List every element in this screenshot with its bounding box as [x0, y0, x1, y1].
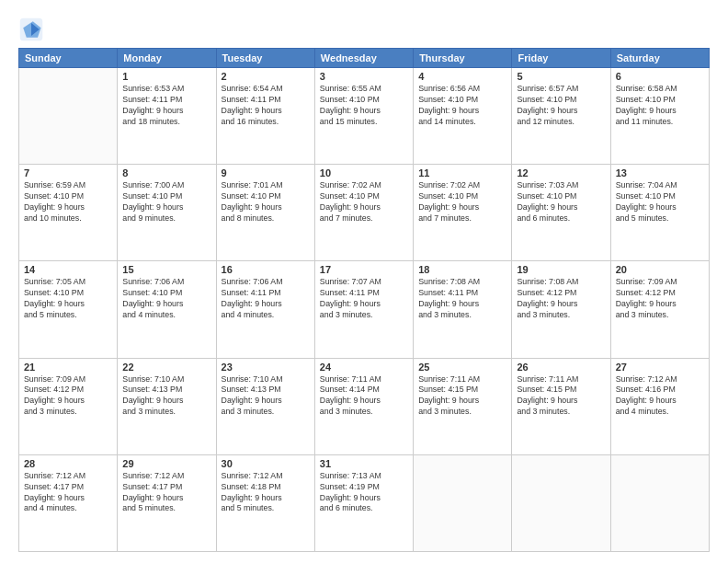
day-info: Sunrise: 7:08 AMSunset: 4:12 PMDaylight:…	[517, 277, 605, 321]
day-info: Sunrise: 7:02 AMSunset: 4:10 PMDaylight:…	[418, 180, 506, 224]
day-number: 11	[418, 167, 506, 178]
day-cell	[414, 454, 512, 551]
day-number: 6	[616, 71, 704, 82]
week-row-4: 21Sunrise: 7:09 AMSunset: 4:12 PMDayligh…	[19, 358, 710, 454]
day-number: 29	[122, 458, 210, 469]
day-number: 7	[24, 167, 112, 178]
day-info: Sunrise: 7:01 AMSunset: 4:10 PMDaylight:…	[222, 180, 310, 224]
day-number: 23	[222, 362, 310, 373]
day-info: Sunrise: 7:06 AMSunset: 4:10 PMDaylight:…	[122, 277, 210, 321]
day-cell	[610, 454, 709, 551]
day-cell	[19, 68, 118, 165]
col-header-tuesday: Tuesday	[216, 49, 314, 68]
day-cell: 5Sunrise: 6:57 AMSunset: 4:10 PMDaylight…	[512, 68, 610, 165]
day-cell: 24Sunrise: 7:11 AMSunset: 4:14 PMDayligh…	[314, 358, 413, 454]
day-cell: 23Sunrise: 7:10 AMSunset: 4:13 PMDayligh…	[216, 358, 314, 454]
day-number: 26	[517, 362, 605, 373]
day-number: 20	[616, 264, 704, 275]
day-cell: 20Sunrise: 7:09 AMSunset: 4:12 PMDayligh…	[610, 261, 709, 358]
day-cell: 14Sunrise: 7:05 AMSunset: 4:10 PMDayligh…	[19, 261, 118, 358]
day-cell: 22Sunrise: 7:10 AMSunset: 4:13 PMDayligh…	[118, 358, 216, 454]
day-cell: 15Sunrise: 7:06 AMSunset: 4:10 PMDayligh…	[118, 261, 216, 358]
day-number: 4	[418, 71, 506, 82]
day-info: Sunrise: 7:10 AMSunset: 4:13 PMDaylight:…	[222, 374, 310, 419]
day-info: Sunrise: 7:05 AMSunset: 4:10 PMDaylight:…	[24, 277, 112, 321]
day-info: Sunrise: 7:11 AMSunset: 4:15 PMDaylight:…	[418, 374, 506, 419]
col-header-monday: Monday	[118, 49, 216, 68]
day-cell: 16Sunrise: 7:06 AMSunset: 4:11 PMDayligh…	[216, 261, 314, 358]
day-number: 13	[616, 167, 704, 178]
day-number: 9	[222, 167, 310, 178]
day-cell: 4Sunrise: 6:56 AMSunset: 4:10 PMDaylight…	[414, 68, 512, 165]
day-number: 15	[122, 264, 210, 275]
page: SundayMondayTuesdayWednesdayThursdayFrid…	[0, 0, 728, 563]
day-number: 2	[222, 71, 310, 82]
day-cell	[512, 454, 610, 551]
day-number: 27	[616, 362, 704, 373]
day-cell: 27Sunrise: 7:12 AMSunset: 4:16 PMDayligh…	[610, 358, 709, 454]
day-number: 19	[517, 264, 605, 275]
day-info: Sunrise: 7:07 AMSunset: 4:11 PMDaylight:…	[320, 277, 408, 321]
day-number: 5	[517, 71, 605, 82]
day-number: 10	[320, 167, 408, 178]
day-info: Sunrise: 7:09 AMSunset: 4:12 PMDaylight:…	[616, 277, 704, 321]
header	[18, 17, 710, 42]
week-row-5: 28Sunrise: 7:12 AMSunset: 4:17 PMDayligh…	[19, 454, 710, 551]
day-info: Sunrise: 7:08 AMSunset: 4:11 PMDaylight:…	[418, 277, 506, 321]
day-cell: 31Sunrise: 7:13 AMSunset: 4:19 PMDayligh…	[314, 454, 413, 551]
week-row-3: 14Sunrise: 7:05 AMSunset: 4:10 PMDayligh…	[19, 261, 710, 358]
day-cell: 6Sunrise: 6:58 AMSunset: 4:10 PMDaylight…	[610, 68, 709, 165]
day-info: Sunrise: 7:02 AMSunset: 4:10 PMDaylight:…	[320, 180, 408, 224]
day-info: Sunrise: 6:53 AMSunset: 4:11 PMDaylight:…	[122, 84, 210, 128]
day-number: 22	[122, 362, 210, 373]
day-number: 17	[320, 264, 408, 275]
day-number: 18	[418, 264, 506, 275]
day-info: Sunrise: 7:11 AMSunset: 4:14 PMDaylight:…	[320, 374, 408, 419]
day-cell: 26Sunrise: 7:11 AMSunset: 4:15 PMDayligh…	[512, 358, 610, 454]
day-number: 16	[222, 264, 310, 275]
day-info: Sunrise: 7:11 AMSunset: 4:15 PMDaylight:…	[517, 374, 605, 419]
day-info: Sunrise: 7:12 AMSunset: 4:18 PMDaylight:…	[222, 471, 310, 515]
day-cell: 3Sunrise: 6:55 AMSunset: 4:10 PMDaylight…	[314, 68, 413, 165]
calendar-table: SundayMondayTuesdayWednesdayThursdayFrid…	[18, 48, 710, 552]
day-number: 28	[24, 458, 112, 469]
col-header-saturday: Saturday	[610, 49, 709, 68]
day-cell: 13Sunrise: 7:04 AMSunset: 4:10 PMDayligh…	[610, 165, 709, 261]
day-cell: 28Sunrise: 7:12 AMSunset: 4:17 PMDayligh…	[19, 454, 118, 551]
day-cell: 8Sunrise: 7:00 AMSunset: 4:10 PMDaylight…	[118, 165, 216, 261]
day-cell: 11Sunrise: 7:02 AMSunset: 4:10 PMDayligh…	[414, 165, 512, 261]
day-info: Sunrise: 7:00 AMSunset: 4:10 PMDaylight:…	[122, 180, 210, 224]
day-info: Sunrise: 6:58 AMSunset: 4:10 PMDaylight:…	[616, 84, 704, 128]
day-number: 14	[24, 264, 112, 275]
day-cell: 18Sunrise: 7:08 AMSunset: 4:11 PMDayligh…	[414, 261, 512, 358]
day-info: Sunrise: 7:10 AMSunset: 4:13 PMDaylight:…	[122, 374, 210, 419]
day-info: Sunrise: 6:59 AMSunset: 4:10 PMDaylight:…	[24, 180, 112, 224]
day-number: 8	[122, 167, 210, 178]
day-cell: 1Sunrise: 6:53 AMSunset: 4:11 PMDaylight…	[118, 68, 216, 165]
day-info: Sunrise: 6:55 AMSunset: 4:10 PMDaylight:…	[320, 84, 408, 128]
col-header-sunday: Sunday	[19, 49, 118, 68]
day-number: 3	[320, 71, 408, 82]
day-cell: 29Sunrise: 7:12 AMSunset: 4:17 PMDayligh…	[118, 454, 216, 551]
day-number: 1	[122, 71, 210, 82]
day-number: 21	[24, 362, 112, 373]
day-info: Sunrise: 7:12 AMSunset: 4:16 PMDaylight:…	[616, 374, 704, 419]
day-cell: 9Sunrise: 7:01 AMSunset: 4:10 PMDaylight…	[216, 165, 314, 261]
day-number: 25	[418, 362, 506, 373]
col-header-friday: Friday	[512, 49, 610, 68]
col-header-thursday: Thursday	[414, 49, 512, 68]
day-cell: 17Sunrise: 7:07 AMSunset: 4:11 PMDayligh…	[314, 261, 413, 358]
day-cell: 2Sunrise: 6:54 AMSunset: 4:11 PMDaylight…	[216, 68, 314, 165]
day-cell: 30Sunrise: 7:12 AMSunset: 4:18 PMDayligh…	[216, 454, 314, 551]
day-cell: 21Sunrise: 7:09 AMSunset: 4:12 PMDayligh…	[19, 358, 118, 454]
day-number: 24	[320, 362, 408, 373]
day-number: 30	[222, 458, 310, 469]
week-row-2: 7Sunrise: 6:59 AMSunset: 4:10 PMDaylight…	[19, 165, 710, 261]
day-number: 12	[517, 167, 605, 178]
day-cell: 19Sunrise: 7:08 AMSunset: 4:12 PMDayligh…	[512, 261, 610, 358]
day-info: Sunrise: 7:12 AMSunset: 4:17 PMDaylight:…	[122, 471, 210, 515]
day-info: Sunrise: 7:13 AMSunset: 4:19 PMDaylight:…	[320, 471, 408, 515]
col-header-wednesday: Wednesday	[314, 49, 413, 68]
logo-icon	[18, 17, 44, 42]
day-cell: 10Sunrise: 7:02 AMSunset: 4:10 PMDayligh…	[314, 165, 413, 261]
